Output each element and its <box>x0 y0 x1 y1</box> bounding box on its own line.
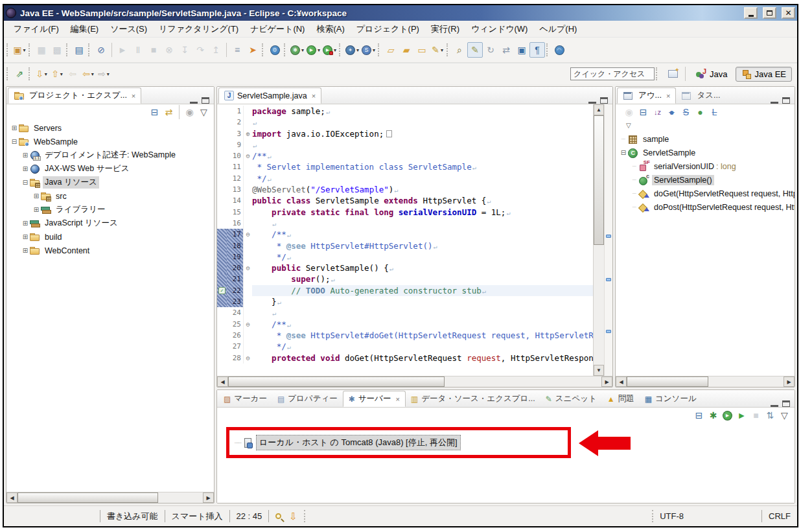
code-editor[interactable]: 1package sample;↵2↵3⊕import java.io.IOEx… <box>217 104 593 376</box>
expander-icon[interactable]: ⊞ <box>21 165 29 172</box>
tab-console[interactable]: ▦コンソール <box>640 391 702 407</box>
explorer-tree[interactable]: ⊞Servers⊟WebSample⊞1.1デプロイメント記述子: WebSam… <box>6 120 214 492</box>
expander-icon[interactable]: ⊞ <box>21 152 29 159</box>
web-service-explorer-button[interactable]: S▾ <box>360 42 377 58</box>
tab-snippets[interactable]: ✎スニペット <box>540 391 602 407</box>
code-line-21[interactable]: 21 super();↵ <box>217 273 593 284</box>
link-with-editor-button[interactable]: ⇄ <box>498 42 514 58</box>
tree-item-build[interactable]: ⊞build <box>6 230 214 244</box>
menu-w[interactable]: ウィンドウ(W) <box>465 21 533 37</box>
run-last-launch-button[interactable]: ≡ <box>229 42 245 58</box>
occurrence-marker-icon[interactable] <box>606 330 611 333</box>
hide-static-button[interactable]: S <box>679 106 693 119</box>
profile-server-button[interactable]: ► <box>735 409 749 422</box>
tree-item-servletsample[interactable]: ⊟ServletSample <box>616 146 795 159</box>
outline-tree[interactable]: ┈sample⊟ServletSample┈serialVersionUID :… <box>616 131 795 376</box>
new-web-service-button[interactable]: ✦▾ <box>344 42 360 58</box>
tree-item-servers[interactable]: ⊞Servers <box>6 121 214 135</box>
code-line-2[interactable]: 2↵ <box>217 117 593 128</box>
menu-a[interactable]: 検索(A) <box>310 21 350 37</box>
expander-icon[interactable]: ⊞ <box>21 220 29 227</box>
code-line-26[interactable]: 26 * @see HttpServlet#doGet(HttpServletR… <box>217 330 593 341</box>
tree-item-javascript-[interactable]: ⊞JavaScript リソース <box>6 216 214 230</box>
scroll-up-button[interactable]: ▲ <box>594 104 604 115</box>
code-line-17[interactable]: 17⊖ /**↵ <box>217 229 593 240</box>
code-line-25[interactable]: 25⊖ /**↵ <box>217 319 593 330</box>
code-line-20[interactable]: 20⊖ public ServletSample() {↵ <box>217 262 593 273</box>
tab-data-source[interactable]: ▥データ・ソース・エクスプロ... <box>406 391 540 407</box>
title-bar[interactable]: Java EE - WebSample/src/sample/ServletSa… <box>4 5 797 21</box>
new-wizard-button[interactable]: ▣▾ <box>12 42 27 58</box>
previous-annotation-button[interactable]: ⇧▾ <box>49 66 65 82</box>
search-status-icon[interactable] <box>275 513 281 519</box>
open-perspective-button[interactable] <box>665 66 680 82</box>
occurrence-marker-icon[interactable] <box>606 278 611 281</box>
expander-icon[interactable]: ⊟ <box>620 149 627 156</box>
close-button[interactable]: ✕ <box>782 7 795 19</box>
tree-item-doget[interactable]: ┈doGet(HttpServletRequest request, HttpS… <box>616 187 795 200</box>
open-web-browser-button[interactable]: ◠ <box>551 42 567 58</box>
tree-item-jax-ws-web-[interactable]: ⊞JAX-WS Web サービス <box>6 162 214 176</box>
expander-icon[interactable]: ⊟ <box>21 179 29 186</box>
expander-icon[interactable]: ⊟ <box>10 138 18 145</box>
tree-item-dopost[interactable]: ┈doPost(HttpServletRequest request, Http… <box>616 200 795 214</box>
launch-web-service-explorer-button[interactable]: ⇗ <box>12 66 27 82</box>
overview-ruler[interactable] <box>604 104 612 376</box>
code-line-19[interactable]: 19 */↵ <box>217 251 593 262</box>
tree-item-websample[interactable]: ⊟WebSample <box>6 135 214 148</box>
tree-item-sample[interactable]: ┈sample <box>616 132 795 146</box>
external-tools-button[interactable]: ➤ <box>245 42 261 58</box>
close-editor-icon[interactable]: × <box>312 92 316 100</box>
build-all-button[interactable]: ⚙ <box>267 42 283 58</box>
step-over-button[interactable]: ↷ <box>192 42 208 58</box>
fold-marker-icon[interactable]: ⊖ <box>243 150 252 161</box>
code-line-13[interactable]: 13@WebServlet("/ServletSample")↵ <box>217 184 593 195</box>
hide-non-public-button[interactable]: ● <box>693 106 707 119</box>
minimize-editor-icon[interactable] <box>588 97 596 104</box>
minimize-view-icon[interactable] <box>771 400 778 407</box>
minimize-view-icon[interactable] <box>190 97 198 104</box>
code-line-24[interactable]: 24 ↵ <box>217 307 593 318</box>
show-selected-element-button[interactable]: ▣ <box>514 42 529 58</box>
quick-access-input[interactable] <box>570 67 655 80</box>
disconnect-button[interactable]: ⊗ <box>161 42 177 58</box>
perspective-java-ee[interactable]: Java EE <box>736 67 792 82</box>
sort-button[interactable]: ↓z <box>651 106 664 119</box>
run-button[interactable]: ►▾ <box>305 42 321 58</box>
minimize-button[interactable] <box>744 7 758 19</box>
menu-f[interactable]: ファイル(F) <box>8 21 65 37</box>
tab-markers[interactable]: ▨マーカー <box>218 391 272 407</box>
fold-marker-icon[interactable]: ⊕ <box>243 128 252 139</box>
expander-icon[interactable]: ⊞ <box>32 206 40 213</box>
code-line-1[interactable]: 1package sample;↵ <box>217 106 593 117</box>
code-line-16[interactable]: 16 ↵ <box>217 218 593 229</box>
filter-button[interactable]: ◉ <box>183 106 196 119</box>
folded-code-icon[interactable] <box>386 130 392 137</box>
code-line-10[interactable]: 10⊖/**↵ <box>217 150 593 161</box>
server-entry[interactable]: ローカル・ホスト の Tomcat8 (Java8) [停止, 再公開] <box>256 435 461 450</box>
tree-item-src[interactable]: ⊞src <box>6 189 214 203</box>
hide-local-types-button[interactable]: L <box>708 106 721 119</box>
save-button[interactable]: ▦ <box>34 42 49 58</box>
editor-hscrollbar[interactable]: ◀ ▶ <box>217 376 612 387</box>
tab-outline[interactable]: アウ... × <box>617 87 676 104</box>
code-line-22[interactable]: ✓22 // TODO Auto-generated constructor s… <box>217 285 593 296</box>
code-line-14[interactable]: 14public class ServletSample extends Htt… <box>217 195 593 206</box>
code-line-15[interactable]: 15 private static final long serialVersi… <box>217 207 593 218</box>
encoding-status[interactable]: UTF-8 <box>660 511 684 521</box>
view-menu-button[interactable]: ▽ <box>778 409 791 422</box>
collapse-all-button[interactable]: ⊟ <box>636 106 650 119</box>
skip-all-breakpoints-button[interactable]: ⊘ <box>93 42 109 58</box>
scroll-left-button[interactable]: ◀ <box>616 376 627 387</box>
scroll-left-button[interactable]: ◀ <box>6 492 17 503</box>
tab-tasks[interactable]: タス... <box>676 87 725 104</box>
code-line-9[interactable]: 9↵ <box>217 139 593 150</box>
maximize-view-icon[interactable] <box>202 97 209 104</box>
back-button[interactable]: ⇦▾ <box>80 66 96 82</box>
code-line-18[interactable]: 18 * @see HttpServlet#HttpServlet()↵ <box>217 240 593 251</box>
search-button[interactable]: ⌕ <box>452 42 467 58</box>
stop-server-button[interactable]: ■ <box>749 409 763 422</box>
code-line-3[interactable]: 3⊕import java.io.IOException; <box>217 128 593 139</box>
debug-server-button[interactable]: ✱ <box>706 409 720 422</box>
terminate-button[interactable]: ■ <box>146 42 161 58</box>
